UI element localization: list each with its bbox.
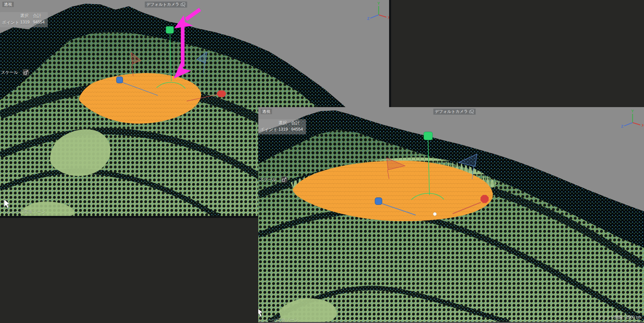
z-scale-handle[interactable]	[116, 77, 123, 83]
orientation-axes[interactable]: Y X Z	[365, 1, 389, 21]
y-axis-label: Y	[631, 109, 634, 113]
camera-label: デフォルトカメラ	[435, 109, 468, 115]
tool-name: スケール	[259, 177, 276, 183]
total-point-count: 94554	[33, 20, 49, 26]
z-scale-handle[interactable]	[375, 198, 382, 205]
selected-point-count: 1319	[20, 20, 33, 26]
camera-tag[interactable]: デフォルトカメラ	[145, 1, 187, 8]
view-corner-zone[interactable]: ビューの変換ゾーン	[258, 308, 264, 319]
z-axis-label: Z	[367, 17, 370, 21]
desktop-background: 透視 選択 合計 ポイント 1319 94554 デフォルトカメラ Y X Z	[0, 0, 644, 323]
selection-row-label: ポイント	[260, 127, 278, 133]
x-axis-label: X	[388, 15, 389, 20]
selection-col-selected: 選択	[278, 120, 291, 126]
camera-cycle-icon[interactable]	[469, 109, 474, 114]
x-scale-handle[interactable]	[481, 195, 489, 203]
camera-label: デフォルトカメラ	[146, 2, 179, 7]
active-tool[interactable]: スケール	[259, 176, 287, 183]
selection-col-total: 合計	[33, 13, 49, 19]
camera-cycle-icon[interactable]	[181, 2, 186, 7]
scene-after[interactable]	[258, 107, 644, 322]
selection-col-selected: 選択	[20, 13, 33, 19]
selection-col-total: 合計	[291, 120, 307, 126]
y-axis-label: Y	[377, 1, 380, 5]
y-scale-handle[interactable]	[166, 26, 174, 33]
scale-tool-icon[interactable]	[23, 69, 29, 75]
viewport-after[interactable]: 透視 選択 合計 ポイント 1319 94554 デフォルトカメラ Y X Z	[258, 107, 644, 323]
x-axis-label: X	[642, 123, 643, 127]
selected-point-count: 1319	[278, 127, 291, 133]
selection-info-panel: 選択 合計 ポイント 1319 94554	[0, 12, 48, 27]
total-point-count: 94554	[291, 127, 307, 133]
x-axis	[633, 123, 640, 125]
view-corner-zone[interactable]: ビューの変換ゾーン	[3, 199, 11, 211]
active-tool[interactable]: スケール	[1, 69, 29, 75]
tool-name: スケール	[1, 70, 18, 75]
z-axis	[370, 15, 379, 18]
cursor-icon	[3, 199, 11, 209]
projection-label[interactable]: 透視	[2, 1, 14, 7]
y-scale-handle[interactable]	[424, 132, 432, 140]
scale-tool-icon[interactable]	[281, 176, 287, 183]
orientation-axes[interactable]: Y X Z	[619, 109, 643, 129]
x-scale-handle[interactable]	[217, 90, 226, 97]
z-axis-label: Z	[621, 124, 623, 128]
grid-spacing-label: グリッド間隔 : 2500 cm	[598, 315, 641, 320]
z-axis	[624, 123, 633, 126]
selection-row-label: ポイント	[2, 20, 20, 26]
cursor-icon	[258, 308, 264, 318]
corner-hint-label: ビューの変換ゾーン	[6, 209, 46, 215]
gizmo-center-point[interactable]	[433, 213, 437, 216]
selection-info-panel: 選択 合計 ポイント 1319 94554	[258, 119, 306, 134]
projection-label[interactable]: 透視	[260, 108, 272, 115]
camera-tag[interactable]: デフォルトカメラ	[433, 108, 476, 115]
x-axis	[379, 15, 386, 17]
corner-hint-label: ビューの変換ゾーン	[259, 317, 299, 323]
